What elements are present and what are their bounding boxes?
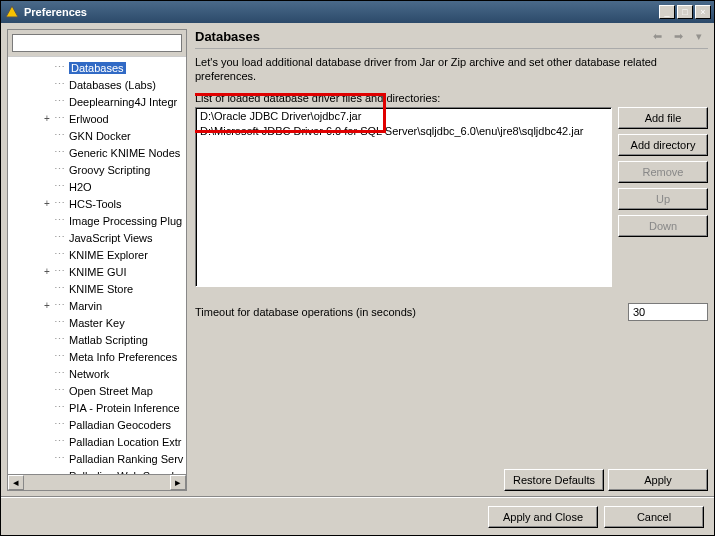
minimize-button[interactable]: _: [659, 5, 675, 19]
tree-item[interactable]: ⋯Open Street Map: [8, 382, 186, 399]
category-panel: ⋯Databases⋯Databases (Labs)⋯Deeplearning…: [7, 29, 187, 491]
tree-connector-icon: ⋯: [54, 112, 66, 125]
tree-item[interactable]: +⋯Marvin: [8, 297, 186, 314]
page-description: Let's you load additional database drive…: [195, 55, 708, 84]
forward-icon[interactable]: ➡: [669, 30, 687, 44]
tree-connector-icon: ⋯: [54, 129, 66, 142]
tree-connector-icon: ⋯: [54, 367, 66, 380]
tree-item-label: Palladian Location Extr: [69, 436, 182, 448]
close-button[interactable]: ×: [695, 5, 711, 19]
maximize-button[interactable]: □: [677, 5, 693, 19]
tree-connector-icon: ⋯: [54, 78, 66, 91]
page-title: Databases: [195, 29, 645, 44]
remove-button: Remove: [618, 161, 708, 183]
titlebar: Preferences _ □ ×: [1, 1, 714, 23]
tree-connector-icon: ⋯: [54, 299, 66, 312]
dialog-footer: Apply and Close Cancel: [1, 497, 714, 535]
tree-connector-icon: ⋯: [54, 146, 66, 159]
tree-item-label: Image Processing Plug: [69, 215, 182, 227]
tree-item[interactable]: ⋯KNIME Store: [8, 280, 186, 297]
scroll-right-icon[interactable]: ▸: [170, 475, 186, 490]
tree-item-label: Network: [69, 368, 109, 380]
tree-item-label: KNIME Explorer: [69, 249, 148, 261]
tree-item-label: Deeplearning4J Integr: [69, 96, 177, 108]
svg-marker-0: [6, 6, 18, 17]
tree-item[interactable]: ⋯Palladian Location Extr: [8, 433, 186, 450]
tree-item-label: Palladian Ranking Serv: [69, 453, 183, 465]
tree-item[interactable]: ⋯Deeplearning4J Integr: [8, 93, 186, 110]
tree-connector-icon: ⋯: [54, 350, 66, 363]
tree-item[interactable]: ⋯Matlab Scripting: [8, 331, 186, 348]
tree-connector-icon: ⋯: [54, 231, 66, 244]
tree-item[interactable]: ⋯Databases: [8, 59, 186, 76]
tree-item[interactable]: ⋯Network: [8, 365, 186, 382]
restore-defaults-button[interactable]: Restore Defaults: [504, 469, 604, 491]
tree-item-label: Databases (Labs): [69, 79, 156, 91]
expand-icon[interactable]: +: [42, 198, 52, 209]
tree-item[interactable]: ⋯GKN Docker: [8, 127, 186, 144]
driver-file-item[interactable]: D:\Microsoft JDBC Driver 6.0 for SQL Ser…: [198, 125, 609, 140]
tree-item-label: Databases: [69, 62, 126, 74]
apply-and-close-button[interactable]: Apply and Close: [488, 506, 598, 528]
horizontal-scrollbar[interactable]: ◂ ▸: [8, 474, 186, 490]
tree-item[interactable]: ⋯H2O: [8, 178, 186, 195]
settings-panel: Databases ⬅ ➡ ▾ Let's you load additiona…: [195, 29, 708, 491]
file-list-label: List of loaded database driver files and…: [195, 92, 708, 104]
tree-item-label: PIA - Protein Inference: [69, 402, 180, 414]
expand-icon[interactable]: +: [42, 266, 52, 277]
add-directory-button[interactable]: Add directory: [618, 134, 708, 156]
tree-item[interactable]: ⋯Palladian Web Searche: [8, 467, 186, 474]
tree-connector-icon: ⋯: [54, 452, 66, 465]
tree-item[interactable]: +⋯KNIME GUI: [8, 263, 186, 280]
tree-item-label: H2O: [69, 181, 92, 193]
tree-connector-icon: ⋯: [54, 384, 66, 397]
tree-item[interactable]: +⋯Erlwood: [8, 110, 186, 127]
tree-item[interactable]: ⋯Meta Info Preferences: [8, 348, 186, 365]
tree-connector-icon: ⋯: [54, 469, 66, 474]
tree-item[interactable]: ⋯KNIME Explorer: [8, 246, 186, 263]
tree-item[interactable]: ⋯JavaScript Views: [8, 229, 186, 246]
scroll-left-icon[interactable]: ◂: [8, 475, 24, 490]
tree-connector-icon: ⋯: [54, 401, 66, 414]
add-file-button[interactable]: Add file: [618, 107, 708, 129]
tree-item[interactable]: +⋯HCS-Tools: [8, 195, 186, 212]
tree-item[interactable]: ⋯Image Processing Plug: [8, 212, 186, 229]
tree-connector-icon: ⋯: [54, 95, 66, 108]
filter-input[interactable]: [12, 34, 182, 52]
tree-item-label: Marvin: [69, 300, 102, 312]
tree-connector-icon: ⋯: [54, 316, 66, 329]
tree-item-label: Open Street Map: [69, 385, 153, 397]
tree-item-label: KNIME Store: [69, 283, 133, 295]
tree-connector-icon: ⋯: [54, 282, 66, 295]
tree-connector-icon: ⋯: [54, 418, 66, 431]
tree-item[interactable]: ⋯Master Key: [8, 314, 186, 331]
tree-item-label: Meta Info Preferences: [69, 351, 177, 363]
tree-item[interactable]: ⋯Generic KNIME Nodes: [8, 144, 186, 161]
driver-file-item[interactable]: D:\Oracle JDBC Driver\ojdbc7.jar: [198, 110, 609, 125]
driver-file-list[interactable]: D:\Oracle JDBC Driver\ojdbc7.jarD:\Micro…: [195, 107, 612, 287]
cancel-button[interactable]: Cancel: [604, 506, 704, 528]
tree-connector-icon: ⋯: [54, 61, 66, 74]
menu-dropdown-icon[interactable]: ▾: [690, 30, 708, 44]
timeout-input[interactable]: [628, 303, 708, 321]
tree-item-label: Erlwood: [69, 113, 109, 125]
expand-icon[interactable]: +: [42, 300, 52, 311]
tree-item-label: Generic KNIME Nodes: [69, 147, 180, 159]
tree-item-label: GKN Docker: [69, 130, 131, 142]
expand-icon[interactable]: +: [42, 113, 52, 124]
tree-connector-icon: ⋯: [54, 333, 66, 346]
apply-button[interactable]: Apply: [608, 469, 708, 491]
tree-item[interactable]: ⋯Databases (Labs): [8, 76, 186, 93]
tree-connector-icon: ⋯: [54, 180, 66, 193]
tree-connector-icon: ⋯: [54, 197, 66, 210]
window-title: Preferences: [24, 6, 659, 18]
tree-item[interactable]: ⋯Palladian Ranking Serv: [8, 450, 186, 467]
tree-item[interactable]: ⋯PIA - Protein Inference: [8, 399, 186, 416]
category-tree[interactable]: ⋯Databases⋯Databases (Labs)⋯Deeplearning…: [8, 57, 186, 474]
tree-connector-icon: ⋯: [54, 214, 66, 227]
back-icon[interactable]: ⬅: [648, 30, 666, 44]
tree-item-label: Palladian Geocoders: [69, 419, 171, 431]
preferences-window: Preferences _ □ × ⋯Databases⋯Databases (…: [0, 0, 715, 536]
tree-item[interactable]: ⋯Groovy Scripting: [8, 161, 186, 178]
tree-item[interactable]: ⋯Palladian Geocoders: [8, 416, 186, 433]
